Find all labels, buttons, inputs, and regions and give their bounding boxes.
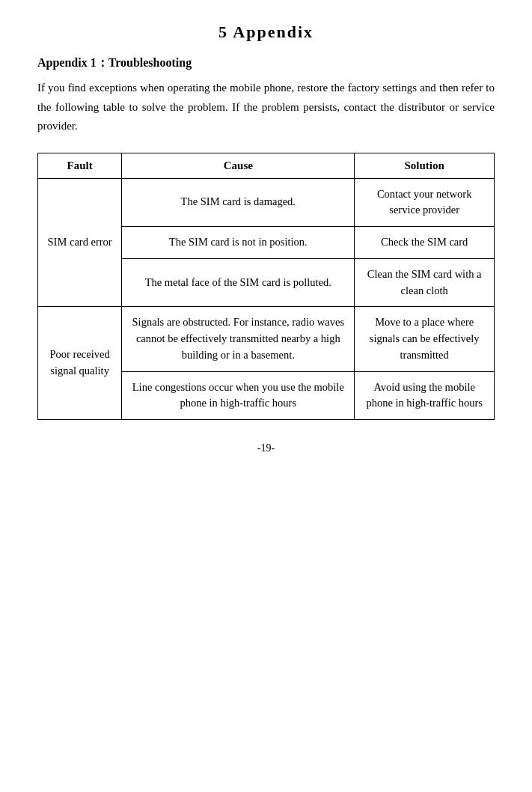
cause-sim-not-in-position: The SIM card is not in position. [122,227,355,259]
page-title: 5 Appendix [37,22,495,42]
solution-clean-sim: Clean the SIM card with a clean cloth [355,258,495,307]
col-header-fault: Fault [38,153,122,178]
fault-poor-signal: Poor received signal quality [38,307,122,420]
section-heading: Appendix 1：Troubleshooting [37,55,495,71]
table-row: SIM card error The SIM card is damaged. … [38,178,495,227]
solution-check-sim: Check the SIM card [355,227,495,259]
col-header-cause: Cause [122,153,355,178]
table-row: Poor received signal quality Signals are… [38,307,495,371]
solution-move-to-place: Move to a place where signals can be eff… [355,307,495,371]
intro-text: If you find exceptions when operating th… [37,79,495,136]
page-number: -19- [37,442,495,454]
cause-line-congestions: Line congestions occur when you use the … [122,371,355,420]
troubleshooting-table: Fault Cause Solution SIM card error The … [37,153,495,421]
cause-sim-polluted: The metal face of the SIM card is pollut… [122,258,355,307]
solution-contact-network: Contact your network service provider [355,178,495,227]
cause-sim-damaged: The SIM card is damaged. [122,178,355,227]
solution-avoid-high-traffic: Avoid using the mobile phone in high-tra… [355,371,495,420]
col-header-solution: Solution [355,153,495,178]
cause-signals-obstructed: Signals are obstructed. For instance, ra… [122,307,355,371]
fault-sim-card-error: SIM card error [38,178,122,307]
